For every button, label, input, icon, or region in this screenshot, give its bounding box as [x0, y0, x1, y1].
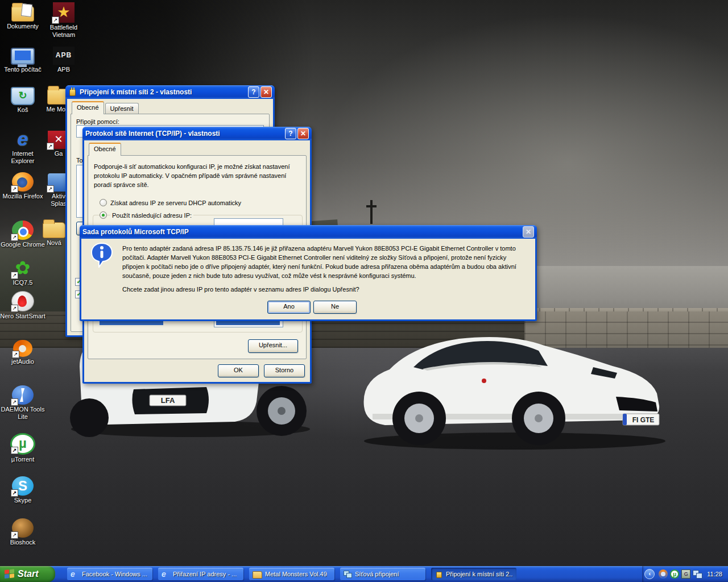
utorrent-icon: µ↗: [10, 433, 35, 455]
desktop-icon-internet-explorer[interactable]: e Internet Explorer: [0, 130, 46, 165]
desktop-icon-label: Battlefield Vietnam: [41, 24, 86, 39]
shortcut-arrow-icon: ↗: [47, 185, 54, 193]
msgbox-title: Sada protokolů Microsoft TCP/IP: [82, 228, 522, 236]
connect-using-label: Připojit pomocí:: [76, 118, 119, 125]
shortcut-arrow-icon: ↗: [11, 305, 18, 312]
window-title: Protokol sítě Internet (TCP/IP) - vlastn…: [85, 130, 284, 138]
start-button[interactable]: Start: [0, 566, 55, 582]
desktop-icon-label: µTorrent: [0, 456, 46, 463]
close-button[interactable]: ✕: [260, 86, 272, 98]
start-label: Start: [18, 569, 38, 579]
dhcp-radio[interactable]: [100, 199, 107, 206]
help-button[interactable]: ?: [248, 86, 259, 98]
desktop-icon-jetaudio[interactable]: ↗ jetAudio: [0, 339, 46, 365]
windows-flag-icon: [5, 569, 15, 579]
tray-utorrent-icon[interactable]: µ: [670, 569, 679, 579]
connection-icon: [435, 571, 443, 578]
desktop-icon-daemon-tools[interactable]: ↗ DAEMON Tools Lite: [0, 385, 46, 421]
shortcut-arrow-icon: ↗: [47, 143, 54, 150]
desktop-icon-label: Internet Explorer: [0, 150, 46, 165]
desktop-icon-battlefield-vietnam[interactable]: ★↗ Battlefield Vietnam: [41, 2, 86, 39]
desktop-icon-dokumenty[interactable]: Dokumenty: [0, 2, 46, 30]
shortcut-arrow-icon: ↗: [12, 351, 19, 358]
taskbar-button-pripojeni-lan2[interactable]: Připojení k místní síti 2...: [431, 568, 516, 580]
tab-general[interactable]: Obecné: [89, 143, 121, 156]
skype-icon: S↗: [12, 476, 34, 496]
desktop-icon-kos[interactable]: Koš: [0, 85, 46, 114]
tcpip-intro-text: Podporuje-li síť automatickou konfigurac…: [94, 162, 296, 189]
close-button[interactable]: ✕: [297, 128, 309, 139]
desktop-icon-bioshock[interactable]: ↗ Bioshock: [0, 518, 46, 546]
tray-swirl-icon[interactable]: [659, 569, 668, 579]
monument-cross: [370, 200, 373, 224]
no-button[interactable]: Ne: [313, 301, 357, 314]
white-car-ferrari: FI GTE: [350, 313, 668, 460]
icq-flower-icon: ✿↗: [12, 259, 34, 278]
taskbar-button-metal-monsters[interactable]: Metal Monsters Vol.49: [249, 568, 334, 580]
shortcut-arrow-icon: ↗: [11, 234, 18, 241]
msgbox-body-text: Pro tento adaptér zadaná adresa IP 85.13…: [122, 244, 527, 280]
taskbar-button-label: Přiřazení IP adresy - ...: [173, 571, 237, 577]
chrome-icon: ↗: [12, 221, 34, 240]
advanced-button[interactable]: Upřesnit...: [248, 339, 298, 353]
tcpip-titlebar[interactable]: Protokol sítě Internet (TCP/IP) - vlastn…: [82, 127, 312, 140]
taskbar-button-label: Síťová připojení: [355, 571, 399, 577]
desktop-icon-tento-pocitac[interactable]: Tento počítač: [0, 45, 46, 73]
lan-properties-titlebar[interactable]: Připojení k místní síti 2 - vlastnosti ?…: [65, 85, 275, 99]
shortcut-arrow-icon: ↗: [52, 16, 59, 24]
desktop-icon-nero[interactable]: ↗ Nero StartSmart: [0, 291, 46, 320]
connection-icon: [68, 88, 77, 96]
taskbar: Start Facebook - Windows ... Přiřazení I…: [0, 566, 728, 582]
help-button[interactable]: ?: [285, 128, 296, 139]
desktop-icon-label: jetAudio: [0, 358, 46, 365]
internet-explorer-icon: e: [12, 130, 34, 149]
shortcut-arrow-icon: ↗: [11, 489, 18, 497]
desktop-icon-label: Nero StartSmart: [0, 313, 46, 320]
static-ip-radio-label: Použít následující adresu IP:: [110, 212, 193, 219]
desktop-icon-skype[interactable]: S↗ Skype: [0, 476, 46, 504]
desktop-icon-icq[interactable]: ✿↗ ICQ7.5: [0, 259, 46, 286]
apb-icon: APB: [53, 47, 75, 65]
taskbar-button-label: Připojení k místní síti 2...: [446, 571, 513, 577]
taskbar-button-sitova-pripojeni[interactable]: Síťová připojení: [340, 568, 425, 580]
firefox-icon: ↗: [12, 172, 34, 192]
cancel-button[interactable]: Storno: [264, 364, 305, 377]
shortcut-arrow-icon: ↗: [11, 272, 18, 279]
shortcut-arrow-icon: ↗: [11, 398, 18, 406]
tray-network-icon[interactable]: [693, 569, 702, 579]
tab-general[interactable]: Obecné: [72, 101, 104, 114]
taskbar-button-prirazeni-ip[interactable]: Přiřazení IP adresy - ...: [158, 568, 243, 580]
desktop-icon-utorrent[interactable]: µ↗ µTorrent: [0, 433, 46, 463]
internet-explorer-icon: [162, 571, 170, 578]
desktop-icon-firefox[interactable]: ↗ Mozilla Firefox: [0, 172, 46, 200]
internet-explorer-icon: [71, 571, 79, 578]
my-computer-icon: [11, 48, 35, 65]
ferrari-license-plate: FI GTE: [632, 416, 655, 424]
folder-icon: [253, 571, 262, 579]
desktop-icon-apb[interactable]: APB APB: [41, 47, 86, 73]
desktop-icon-label: APB: [41, 66, 86, 73]
system-tray: ‹ µ G 11:28: [642, 566, 728, 582]
dhcp-radio-label: Získat adresu IP ze serveru DHCP automat…: [110, 199, 241, 206]
close-button-disabled: ✕: [523, 226, 534, 238]
tray-app-icon[interactable]: G: [681, 569, 690, 579]
static-ip-radio[interactable]: [100, 211, 107, 219]
documents-folder-icon: [11, 6, 34, 22]
tab-advanced[interactable]: Upřesnit: [105, 103, 139, 114]
recycle-bin-icon: [11, 87, 35, 105]
yes-button[interactable]: Ano: [267, 301, 311, 314]
desktop-icon-label: Mozilla Firefox: [0, 193, 46, 200]
shortcut-arrow-icon: ↗: [11, 185, 18, 193]
ok-button[interactable]: OK: [218, 364, 259, 377]
desktop-icon-label: Nová: [41, 239, 67, 247]
desktop-icon-label: Bioshock: [0, 539, 46, 546]
desktop-icon-nova[interactable]: Nová: [41, 219, 67, 247]
taskbar-button-label: Facebook - Windows ...: [82, 571, 147, 577]
taskbar-button-facebook[interactable]: Facebook - Windows ...: [67, 568, 152, 580]
tray-collapse-chevron-icon[interactable]: ‹: [644, 569, 655, 579]
desktop-icon-chrome[interactable]: ↗ Google Chrome: [0, 221, 46, 248]
msgbox-titlebar[interactable]: Sada protokolů Microsoft TCP/IP ✕: [80, 225, 537, 239]
msgbox-question-text: Chcete zadat jinou adresu IP pro tento a…: [122, 285, 527, 294]
desktop-icon-label: Dokumenty: [0, 23, 46, 30]
shortcut-arrow-icon: ↗: [11, 531, 18, 539]
